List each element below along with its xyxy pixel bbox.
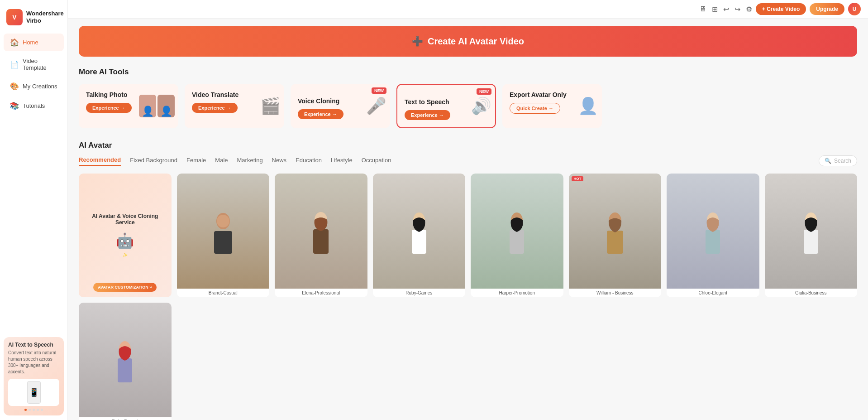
svg-rect-16	[118, 358, 132, 382]
video-template-icon: 📄	[10, 60, 19, 69]
sidebar-item-home[interactable]: 🏠 Home	[4, 34, 64, 51]
avatar-name-harper-promo: Harper-Promotion	[471, 289, 563, 297]
avatar-name-chloe: Chloe-Elegant	[667, 289, 759, 297]
avatar-grid-row1: AI Avatar & Voice Cloning Service 🤖 ✨ AV…	[79, 174, 857, 420]
avatar-card-william[interactable]: HOT William - Business	[569, 174, 662, 297]
avatar-name-ruby-games: Ruby-Games	[373, 289, 466, 297]
avatar-card-chloe[interactable]: Chloe-Elegant	[667, 174, 759, 297]
filter-tab-education[interactable]: Education	[296, 157, 322, 165]
tool-card-video-translate[interactable]: Video Translate Experience → 🎬	[185, 84, 284, 128]
carousel-dots	[8, 409, 59, 411]
avatar-name-elena: Elena-Professional	[275, 289, 367, 297]
dot-4	[37, 409, 39, 411]
filter-tab-lifestyle[interactable]: Lifestyle	[331, 157, 353, 165]
main-content: 🖥 ⊞ ↩ ↪ ⚙ + Create Video Upgrade U ➕ Cre…	[68, 0, 868, 420]
sidebar-item-home-label: Home	[23, 39, 38, 46]
dot-3	[33, 409, 35, 411]
avatar-img-ruby-formal	[79, 303, 172, 418]
export-avatar-quick-create-button[interactable]: Quick Create →	[510, 103, 560, 114]
text-to-speech-experience-button[interactable]: Experience →	[405, 110, 450, 120]
home-icon: 🏠	[10, 38, 19, 47]
hero-banner-text: ➕ Create AI Avatar Video	[412, 36, 524, 47]
user-avatar[interactable]: U	[848, 3, 861, 15]
promo-card-desc: ✨	[123, 253, 128, 257]
avatar-name-brandt: Brandt-Casual	[177, 289, 270, 297]
filter-tab-occupation[interactable]: Occupation	[362, 157, 391, 165]
create-video-button[interactable]: + Create Video	[756, 3, 806, 15]
svg-rect-14	[804, 230, 818, 254]
svg-rect-4	[313, 229, 329, 254]
sidebar: V Wondershare Virbo 🏠 Home 📄 Video Templ…	[0, 0, 68, 420]
avatar-img-harper-promo	[471, 174, 563, 289]
more-ai-tools-title: More AI Tools	[79, 68, 857, 77]
sidebar-item-video-template[interactable]: 📄 Video Template	[4, 53, 64, 76]
avatar-img-william	[569, 174, 662, 289]
avatar-card-ruby-formal[interactable]: Ruby-Formal	[79, 303, 172, 420]
undo-icon[interactable]: ↩	[723, 5, 729, 14]
sidebar-item-tutorials[interactable]: 📚 Tutorials	[4, 97, 64, 115]
voice-cloning-experience-button[interactable]: Experience →	[298, 109, 343, 119]
ai-text-card-desc: Convert text into natural human speech a…	[8, 350, 59, 375]
filter-tab-female[interactable]: Female	[186, 157, 206, 165]
filter-tab-fixed-background[interactable]: Fixed Background	[130, 157, 177, 165]
avatar-search-box[interactable]: 🔍 Search	[819, 155, 857, 166]
tool-card-talking-photo[interactable]: Talking Photo Experience → 👤 👤	[79, 84, 178, 128]
dot-1	[24, 409, 27, 411]
upgrade-button[interactable]: Upgrade	[810, 3, 844, 15]
avatar-name-giulia: Giulia-Business	[765, 289, 858, 297]
svg-rect-12	[706, 230, 720, 254]
voice-cloning-new-badge: NEW	[372, 87, 386, 94]
monitor-icon[interactable]: 🖥	[699, 5, 706, 13]
dot-5	[41, 409, 43, 411]
avatar-img-giulia	[765, 174, 858, 289]
filter-tab-recommended[interactable]: Recommended	[79, 156, 121, 166]
filter-tabs: Recommended Fixed Background Female Male…	[79, 155, 857, 166]
promo-card-icon: 🤖	[116, 232, 134, 249]
filter-tab-marketing[interactable]: Marketing	[237, 157, 263, 165]
ai-text-card-preview: 📱	[8, 379, 59, 406]
filter-tab-news[interactable]: News	[272, 157, 287, 165]
avatar-img-brandt	[177, 174, 270, 289]
sidebar-item-video-template-label: Video Template	[23, 58, 57, 71]
ai-text-speech-card[interactable]: AI Text to Speech Convert text into natu…	[4, 337, 64, 415]
creations-icon: 🎨	[10, 82, 19, 91]
hero-label: Create AI Avatar Video	[428, 36, 524, 47]
svg-rect-8	[510, 230, 524, 254]
sidebar-item-creations-label: My Creations	[23, 83, 57, 90]
logo-text: Wondershare Virbo	[26, 10, 64, 24]
logo: V Wondershare Virbo	[0, 5, 70, 33]
talking-photo-experience-button[interactable]: Experience →	[86, 103, 132, 113]
filter-tab-male[interactable]: Male	[215, 157, 228, 165]
avatar-card-elena[interactable]: Elena-Professional	[275, 174, 367, 297]
sidebar-item-my-creations[interactable]: 🎨 My Creations	[4, 77, 64, 95]
tools-grid: Talking Photo Experience → 👤 👤 Video Tra…	[79, 84, 857, 128]
phone-mockup-icon: 📱	[27, 381, 41, 404]
tool-card-text-to-speech[interactable]: NEW Text to Speech Experience → 🔊	[396, 84, 496, 128]
avatar-card-harper-promotion[interactable]: Harper-Promotion	[471, 174, 563, 297]
grid-icon[interactable]: ⊞	[712, 5, 718, 14]
ai-avatar-title: AI Avatar	[79, 141, 857, 150]
svg-rect-10	[607, 231, 623, 254]
avatar-promo-card[interactable]: AI Avatar & Voice Cloning Service 🤖 ✨ AV…	[79, 174, 172, 297]
hot-badge-william: HOT	[572, 176, 584, 181]
redo-icon[interactable]: ↪	[734, 5, 740, 14]
video-translate-experience-button[interactable]: Experience →	[192, 103, 238, 113]
avatar-card-ruby-games[interactable]: Ruby-Games	[373, 174, 466, 297]
avatar-customization-button[interactable]: AVATAR CUSTOMIZATION ››	[93, 283, 157, 292]
promo-card-title: AI Avatar & Voice Cloning Service	[84, 213, 166, 226]
sidebar-item-tutorials-label: Tutorials	[23, 102, 45, 109]
avatar-name-william: William - Business	[569, 289, 662, 297]
tutorials-icon: 📚	[10, 101, 19, 110]
search-icon: 🔍	[825, 158, 831, 164]
header-bar: 🖥 ⊞ ↩ ↪ ⚙ + Create Video Upgrade U	[68, 0, 868, 19]
dot-2	[29, 409, 31, 411]
avatar-card-brandt-casual[interactable]: Brandt-Casual	[177, 174, 270, 297]
tool-card-voice-cloning[interactable]: NEW Voice Cloning Experience → 🎤	[291, 84, 390, 128]
tool-card-export-avatar[interactable]: Export Avatar Only Quick Create → 👤	[502, 84, 602, 128]
settings-icon[interactable]: ⚙	[746, 5, 752, 14]
hero-banner[interactable]: ➕ Create AI Avatar Video	[79, 26, 857, 57]
search-placeholder: Search	[834, 158, 851, 164]
avatar-img-elena	[275, 174, 367, 289]
avatar-card-giulia[interactable]: Giulia-Business	[765, 174, 858, 297]
svg-rect-1	[214, 231, 232, 254]
